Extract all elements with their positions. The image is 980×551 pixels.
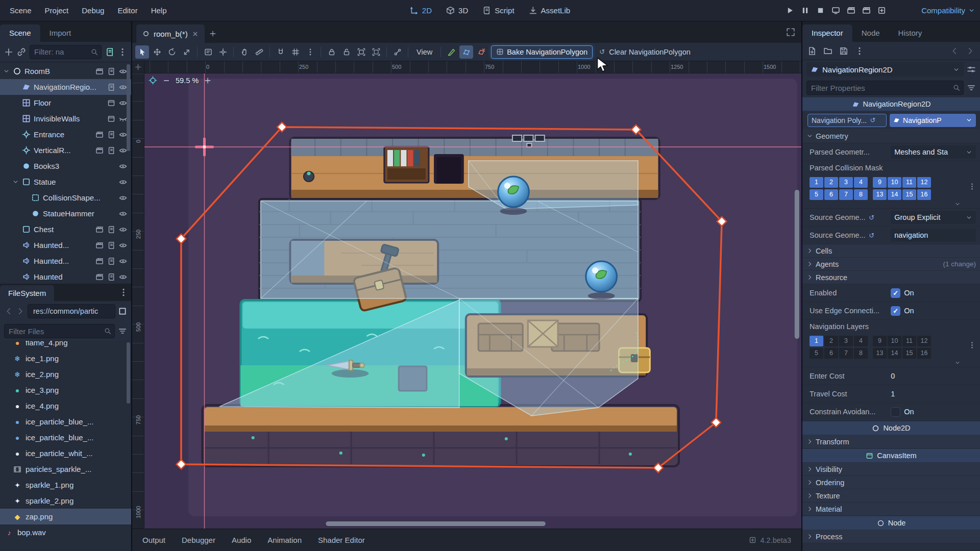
skeleton-options-menu[interactable] (390, 45, 404, 59)
revert-icon[interactable]: ↺ (869, 117, 876, 124)
renderer-options-button[interactable] (877, 6, 886, 15)
history-forward-button[interactable] (966, 46, 975, 56)
play-button[interactable] (786, 6, 794, 15)
visibility-toggle-icon[interactable] (119, 210, 127, 218)
new-resource-button[interactable] (807, 46, 817, 56)
center-view-button[interactable] (149, 76, 157, 85)
layer-bit-5[interactable]: 5 (810, 348, 823, 359)
group-process[interactable]: Process (802, 530, 980, 543)
layer-bit-8[interactable]: 8 (854, 189, 868, 200)
save-resource-button[interactable] (839, 46, 848, 56)
play-scene-button[interactable] (847, 6, 855, 15)
layer-bit-16[interactable]: 16 (917, 189, 931, 200)
scene-tab-room-b[interactable]: room_b(*) (136, 24, 205, 43)
layer-bit-9[interactable]: 9 (873, 336, 887, 346)
layer-bit-16[interactable]: 16 (917, 348, 931, 359)
menu-scene[interactable]: Scene (3, 0, 38, 21)
tab-history[interactable]: History (889, 24, 932, 42)
inspector-tools-icon[interactable] (967, 65, 976, 74)
zoom-in-button[interactable] (204, 77, 211, 84)
select-tool[interactable] (135, 45, 149, 59)
layers-menu-icon[interactable] (968, 341, 976, 349)
travel-cost-field[interactable]: 1 (891, 390, 976, 398)
tree-item-roomb[interactable]: RoomB (0, 63, 131, 79)
tree-item-haunted[interactable]: Haunted (0, 269, 131, 284)
scene-canvas[interactable] (144, 73, 801, 529)
visibility-toggle-icon[interactable] (119, 194, 127, 202)
layer-bit-14[interactable]: 14 (888, 189, 901, 200)
fs-forward-button[interactable] (16, 307, 25, 316)
layers-menu-icon[interactable] (968, 183, 976, 190)
visibility-toggle-icon[interactable] (119, 273, 127, 281)
bottom-tab-audio[interactable]: Audio (232, 536, 251, 544)
layer-bit-1[interactable]: 1 (810, 177, 823, 188)
layer-bit-6[interactable]: 6 (824, 189, 838, 200)
file-item-ice-particle-whit[interactable]: ●ice_particle_whit_... (0, 445, 131, 461)
attach-script-button[interactable] (105, 47, 114, 57)
bake-navigationpolygon-button[interactable]: Bake NavigationPolygon (491, 45, 593, 59)
layer-bit-11[interactable]: 11 (902, 177, 916, 188)
visibility-toggle-icon[interactable] (119, 178, 127, 186)
layer-bit-7[interactable]: 7 (839, 348, 853, 359)
tab-node[interactable]: Node (852, 24, 889, 42)
groups-icon[interactable] (95, 67, 104, 76)
tree-item-haunted[interactable]: Haunted... (0, 253, 131, 269)
fs-filter-input[interactable] (8, 327, 102, 336)
file-item-ice-3-png[interactable]: ●ice_3.png (0, 382, 131, 398)
layer-bit-7[interactable]: 7 (839, 189, 853, 200)
scale-tool[interactable] (180, 45, 193, 59)
script-icon[interactable] (107, 83, 115, 91)
fs-path-input[interactable] (32, 307, 111, 316)
visibility-toggle-icon[interactable] (119, 131, 127, 139)
parsed-geometry-select[interactable]: Meshes and Sta (891, 145, 976, 159)
layer-bit-12[interactable]: 12 (917, 177, 931, 188)
group-geometry[interactable]: Geometry (802, 129, 980, 143)
layer-bit-3[interactable]: 3 (839, 336, 853, 346)
bottom-tab-shader-editor[interactable]: Shader Editor (318, 536, 365, 544)
layer-bit-10[interactable]: 10 (888, 336, 901, 346)
groups-icon[interactable] (95, 273, 104, 281)
visibility-toggle-icon[interactable] (119, 241, 127, 249)
scene-filter-input[interactable] (33, 47, 89, 57)
mode-3d[interactable]: 3D (439, 0, 475, 21)
select-list-tool[interactable] (201, 45, 215, 59)
tree-item-floor[interactable]: Floor (0, 95, 131, 111)
visibility-toggle-icon[interactable] (119, 146, 127, 155)
lock-selection-button[interactable] (325, 45, 338, 59)
file-item-bop-wav[interactable]: ♪bop.wav (0, 524, 131, 540)
group-visibility[interactable]: Visibility (802, 463, 980, 476)
view-menu-button[interactable]: View (412, 45, 437, 59)
layer-bit-15[interactable]: 15 (902, 348, 916, 359)
instance-scene-button[interactable] (17, 47, 26, 57)
stop-button[interactable] (816, 6, 825, 15)
layer-bit-15[interactable]: 15 (902, 189, 916, 200)
layers-expand-icon[interactable] (954, 360, 961, 366)
script-icon[interactable] (107, 226, 115, 234)
layer-bit-14[interactable]: 14 (888, 348, 901, 359)
tree-item-invisiblewalls[interactable]: InvisibleWalls (0, 111, 131, 127)
property-sort-button[interactable] (967, 83, 976, 92)
filesystem-dock-tab[interactable]: FileSystem (0, 285, 54, 301)
move-tool[interactable] (150, 45, 164, 59)
visibility-toggle-icon[interactable] (119, 257, 127, 265)
tree-item-navigationregio[interactable]: NavigationRegio... (0, 79, 131, 95)
tree-item-haunted[interactable]: Haunted... (0, 237, 131, 253)
layer-bit-13[interactable]: 13 (873, 189, 887, 200)
layer-bit-12[interactable]: 12 (917, 336, 931, 346)
group-cells[interactable]: Cells (802, 244, 980, 258)
layer-bit-9[interactable]: 9 (873, 177, 887, 188)
expand-icon[interactable] (12, 179, 19, 185)
load-resource-button[interactable] (823, 46, 832, 56)
navpoly-create-tool[interactable] (445, 45, 458, 59)
script-icon[interactable] (107, 131, 115, 139)
tree-scrollbar[interactable] (127, 64, 130, 151)
tree-item-chest[interactable]: Chest (0, 221, 131, 237)
groups-icon[interactable] (95, 226, 104, 234)
menu-project[interactable]: Project (38, 0, 76, 21)
mode-script[interactable]: Script (475, 0, 521, 21)
navpoly-delete-tool[interactable] (474, 45, 488, 59)
pivot-tool[interactable] (216, 45, 230, 59)
history-back-button[interactable] (950, 46, 959, 56)
expand-icon[interactable] (3, 68, 10, 74)
visibility-toggle-icon[interactable] (119, 99, 127, 107)
